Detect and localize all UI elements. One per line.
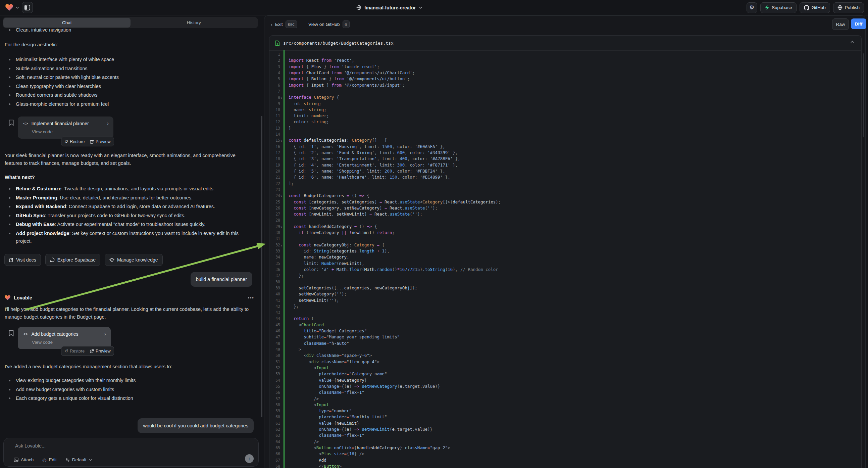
external-link-icon [90,140,94,144]
restore-label: Restore [70,349,85,353]
restore-button[interactable]: ↺Restore [64,349,85,353]
manage-knowledge-button[interactable]: Manage knowledge [105,254,162,266]
code-line: 8∨interface Category { [270,94,861,100]
code-line: 24∨const BudgetCategories = () => { [270,193,861,199]
code-line: 51 <div className="flex gap-4"> [270,359,861,365]
code-line: 33 id: String(categories.length + 1), [270,248,861,254]
panel-icon [25,5,30,10]
graduation-cap-icon [110,258,115,262]
file-added-icon [275,40,280,46]
code-line: 4import ChartCard from '@/components/ui/… [270,70,861,76]
supabase-button[interactable]: Supabase [760,2,797,13]
collapse-chevron-icon[interactable] [850,40,855,43]
target-icon: ◎ [42,458,46,462]
code-line: 46 title="Budget Categories" [270,328,861,334]
list-item: Debug with Ease: Activate our experiment… [5,221,254,228]
chevron-left-icon: ‹ [271,22,273,27]
code-scrollbar[interactable] [863,53,864,137]
toggle-sidebar-button[interactable] [22,2,33,13]
whats-next-heading: What's next? [5,174,254,181]
code-line: 52 <Input [270,365,861,371]
settings-button[interactable]: ⚙ [747,2,757,13]
code-line: 5import { Button } from '@/components/ui… [270,76,861,82]
file-path: src/components/budget/BudgetCategories.t… [283,40,394,46]
explore-supabase-button[interactable]: Explore Supabase [45,254,100,266]
code-line: 40 setNewCategory(''); [270,291,861,297]
visit-docs-button[interactable]: Visit docs [4,254,41,266]
view-code-link[interactable]: View code [32,129,53,134]
code-line: 65 <Button onClick={handleAddCategory} c… [270,445,861,451]
view-code-link[interactable]: View code [32,340,53,345]
edit-card-title: Add budget categories [31,331,101,337]
chat-input[interactable] [14,443,217,449]
chevron-right-icon: › [104,331,106,337]
list-item: Subtle animations and transitions [5,65,254,72]
bookmark-icon[interactable] [9,119,14,126]
bookmark-icon[interactable] [9,330,14,337]
lovable-logo[interactable] [5,4,13,11]
supabase-icon [765,5,769,10]
restore-icon: ↺ [64,349,68,353]
view-on-github-label: View on GitHub [308,22,340,27]
list-item: Minimalist interface with plenty of whit… [5,56,254,63]
code-line: 66 <Plus size={16} /> [270,451,861,457]
image-icon [14,458,19,462]
code-line: 2import React from 'react'; [270,57,861,63]
code-line: 45 <ChartCard [270,322,861,328]
g-key-badge: G [343,21,350,28]
model-select[interactable]: Default [65,457,92,462]
code-line: 37 }; [270,273,861,279]
send-button[interactable]: ↑ [245,454,254,463]
project-name: financial-future-creator [364,5,416,10]
project-switcher[interactable]: financial-future-creator [356,0,423,15]
code-line: 58 <Input [270,402,861,408]
code-line: 62 onChange={(e) => setNewLimit(e.target… [270,427,861,432]
code-line: 38 [270,279,861,285]
workspace-chevron-icon[interactable] [16,6,19,9]
project-chevron-down-icon [419,6,423,9]
code-editor[interactable]: 12import React from 'react';3import { Pl… [270,50,861,468]
code-line: 31 [270,236,861,242]
preview-button[interactable]: Preview [90,349,111,353]
chat-panel: Chat History Clean, intuitive navigation… [0,15,264,468]
publish-button[interactable]: Publish [833,2,864,13]
edit-card-implement-planner[interactable]: <> Implement financial planner › View co… [18,117,114,139]
github-label: GitHub [812,5,826,10]
arrow-up-icon: ↑ [248,456,251,461]
code-line: 64 /> [270,439,861,445]
code-line: 25 const [categories, setCategories] = R… [270,199,861,205]
chevron-down-icon [89,459,92,461]
github-button[interactable]: GitHub [800,2,830,13]
diff-toggle-button[interactable]: Diff [851,19,866,29]
code-icon: <> [23,121,28,126]
list-item: Refine & Customize: Tweak the design, an… [5,185,254,193]
nav-bullet: Clean, intuitive navigation [5,26,254,35]
code-icon: <> [23,332,28,337]
code-line: 54 value={newCategory} [270,377,861,383]
manage-knowledge-label: Manage knowledge [117,257,158,263]
more-options-icon[interactable]: ••• [248,295,254,300]
preview-button[interactable]: Preview [90,139,111,144]
code-line: 60 placeholder="Monthly limit" [270,414,861,420]
raw-toggle-button[interactable]: Raw [832,19,849,30]
restore-preview-pill: ↺Restore Preview [61,137,114,146]
restore-button[interactable]: ↺Restore [64,139,85,144]
code-line: 63 className="flex-1" [270,432,861,438]
exit-label: Exit [275,22,283,27]
code-lines: 12import React from 'react';3import { Pl… [270,51,861,468]
code-line: 41 setNewLimit(''); [270,297,861,303]
code-line: 32∨ const newCategoryObj: Category = { [270,242,861,248]
chat-scrollbar[interactable] [261,116,262,417]
attach-button[interactable]: Attach [14,457,34,462]
file-path-bar[interactable]: src/components/budget/BudgetCategories.t… [270,36,861,51]
code-line: 1 [270,51,861,57]
design-bullet-list: Minimalist interface with plenty of whit… [5,56,254,109]
exit-button[interactable]: ‹ Exit ESC [271,21,297,28]
code-line: 56 className="flex-1" [270,389,861,396]
code-line: 44 return ( [270,316,861,322]
edit-mode-button[interactable]: ◎ Edit [42,457,56,462]
user-message: would be cool if you could add budget ca… [137,418,254,433]
quick-actions: Visit docs Explore Supabase Manage knowl… [4,254,163,266]
view-on-github-button[interactable]: View on GitHub G [308,21,350,28]
code-line: 67 Add [270,457,861,463]
